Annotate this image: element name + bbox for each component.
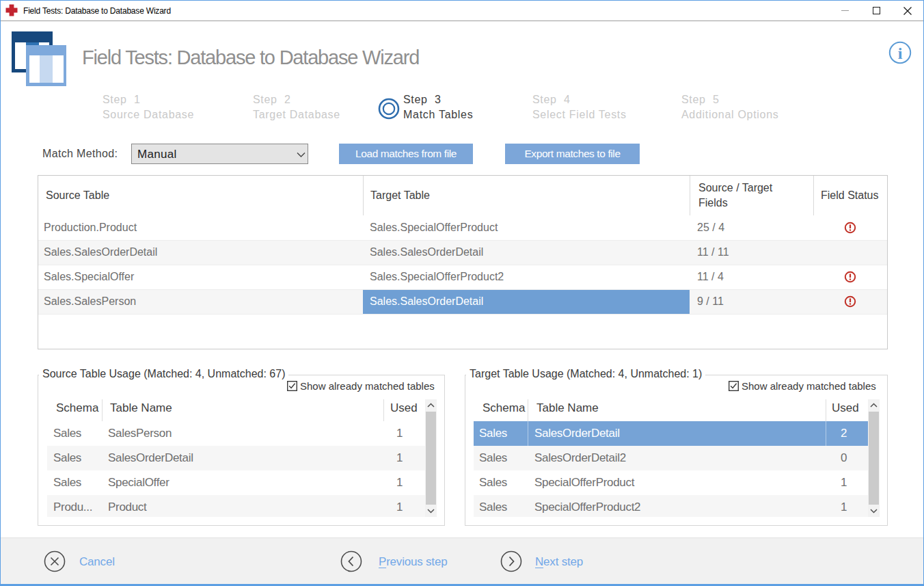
svg-text:i: i (898, 44, 903, 62)
